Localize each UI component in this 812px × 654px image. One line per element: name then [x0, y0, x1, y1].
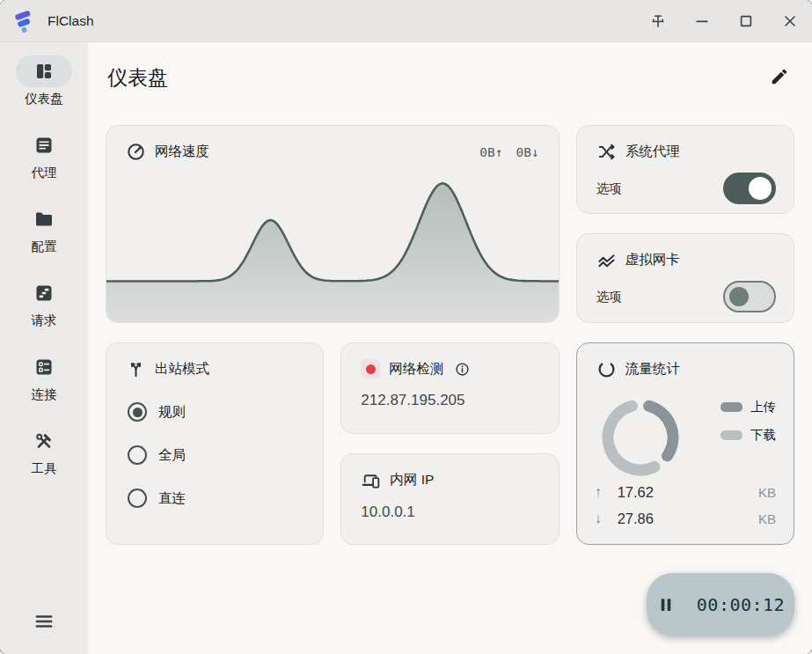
legend-label: 下载: [750, 427, 776, 444]
traffic-legend: 上传 下载: [721, 388, 776, 487]
system-proxy-card: 系统代理 选项: [576, 125, 794, 214]
maximize-button[interactable]: [724, 0, 768, 42]
sidebar-item-dashboard[interactable]: 仪表盘: [0, 55, 88, 107]
radio-icon[interactable]: [128, 489, 147, 508]
app-title: FlClash: [48, 13, 94, 29]
requests-icon-pill: [16, 277, 72, 309]
card-title: 系统代理: [625, 143, 680, 161]
legend-item-upload: 上传: [721, 399, 776, 415]
split-icon: [126, 359, 146, 379]
proxies-icon-pill: [16, 129, 72, 161]
proxies-list-icon: [33, 135, 55, 156]
speed-chart-area: [106, 183, 559, 322]
upload-swatch: [721, 402, 743, 412]
up-arrow: ↑: [595, 484, 618, 500]
profiles-icon-pill: [16, 203, 72, 235]
virtual-nic-toggle[interactable]: [723, 281, 776, 312]
tools-icon: [33, 430, 55, 452]
network-detection-card: 网络检测 212.87.195.205: [340, 342, 559, 434]
sidebar-item-requests[interactable]: 请求: [0, 277, 88, 329]
radio-icon[interactable]: [128, 445, 147, 465]
minimize-button[interactable]: [680, 0, 724, 42]
upload-speed-value: 0B↑: [479, 145, 502, 159]
sidebar-item-label: 仪表盘: [25, 91, 63, 107]
close-button[interactable]: [768, 0, 812, 42]
card-title: 虚拟网卡: [625, 251, 680, 269]
pin-button[interactable]: [636, 0, 680, 42]
card-title: 出站模式: [155, 360, 209, 378]
donut-download-arc: [608, 406, 655, 470]
edit-pencil-icon: [770, 67, 789, 86]
download-total-unit: KB: [758, 511, 776, 526]
radio-label: 规则: [158, 403, 186, 422]
titlebar: FlClash: [0, 0, 812, 42]
toggle-thumb: [749, 177, 772, 200]
sidebar-item-label: 连接: [32, 386, 57, 403]
radio-option-direct[interactable]: 直连: [128, 489, 304, 508]
traffic-stats-card: 流量统计 上传 下载: [576, 342, 794, 545]
edit-dashboard-button[interactable]: [770, 63, 789, 86]
radio-option-rule[interactable]: 规则: [128, 402, 304, 422]
dashboard-grid: 网络速度 0B↑ 0B↓ 系统代理: [106, 125, 794, 545]
page-header: 仪表盘: [88, 42, 812, 125]
shuffle-icon: [596, 142, 617, 162]
dashboard-icon-pill: [16, 55, 72, 87]
sidebar-item-label: 代理: [32, 165, 57, 181]
maximize-icon: [737, 12, 755, 30]
minimize-icon: [693, 12, 711, 30]
info-button[interactable]: [454, 361, 471, 378]
virtual-nic-option-label: 选项: [596, 289, 622, 305]
sidebar-item-label: 工具: [32, 460, 57, 477]
public-ip-value: 212.87.195.205: [341, 378, 558, 409]
sidebar: 仪表盘 代理 配置: [0, 42, 88, 654]
outbound-mode-options: 规则 全局 直连: [106, 379, 323, 508]
download-swatch: [721, 430, 743, 440]
donut-upload-arc: [648, 406, 672, 456]
card-title: 流量统计: [625, 360, 680, 378]
radio-label: 直连: [158, 489, 186, 508]
sidebar-menu-button[interactable]: [0, 610, 88, 633]
radio-icon[interactable]: [128, 402, 147, 422]
sidebar-item-label: 配置: [32, 239, 57, 255]
sidebar-item-connections[interactable]: 连接: [0, 351, 88, 403]
system-proxy-toggle[interactable]: [723, 173, 776, 204]
pin-icon: [649, 12, 667, 30]
uptime-timer: 00:00:12: [697, 594, 785, 615]
legend-label: 上传: [750, 399, 776, 415]
traffic-body: 上传 下载: [577, 379, 794, 487]
status-dot-wrap: [361, 359, 380, 378]
pause-icon: [656, 595, 676, 614]
upload-total-row: ↑ 17.62 KB: [595, 479, 776, 505]
sidebar-item-label: 请求: [32, 312, 57, 329]
devices-icon: [361, 470, 381, 490]
close-icon: [781, 12, 799, 30]
toggle-thumb: [729, 287, 749, 306]
data-usage-icon: [596, 359, 617, 379]
sidebar-item-proxies[interactable]: 代理: [0, 129, 88, 181]
gauge-icon: [126, 142, 146, 162]
radio-option-global[interactable]: 全局: [128, 445, 304, 465]
legend-item-download: 下载: [721, 427, 776, 444]
sidebar-item-tools[interactable]: 工具: [0, 425, 88, 477]
traffic-totals: ↑ 17.62 KB ↓ 27.86 KB: [595, 479, 776, 532]
main-content: 仪表盘: [88, 42, 812, 654]
speed-chart-line: [106, 183, 559, 281]
card-title: 网络检测: [389, 360, 443, 378]
status-dot: [366, 364, 376, 374]
download-total-value: 27.86: [618, 511, 654, 527]
download-speed-value: 0B↓: [516, 145, 538, 159]
speed-current-values: 0B↑ 0B↓: [479, 145, 538, 159]
requests-icon: [33, 283, 55, 304]
connections-icon: [33, 356, 55, 378]
connections-icon-pill: [16, 351, 72, 383]
sidebar-item-profiles[interactable]: 配置: [0, 203, 88, 255]
radio-label: 全局: [158, 446, 186, 465]
waves-icon: [596, 250, 617, 270]
app-window: FlClash: [0, 0, 812, 654]
card-title: 网络速度: [155, 143, 209, 161]
upload-total-value: 17.62: [618, 484, 654, 501]
down-arrow: ↓: [595, 511, 618, 526]
system-proxy-option-label: 选项: [596, 180, 622, 197]
network-speed-card: 网络速度 0B↑ 0B↓: [106, 125, 560, 323]
pause-timer-fab[interactable]: 00:00:12: [647, 573, 794, 636]
